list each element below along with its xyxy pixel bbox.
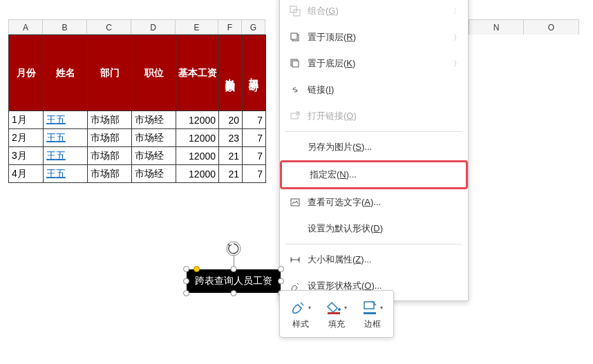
cell[interactable]: 7 [243,129,266,147]
cell[interactable]: 12000 [176,129,219,147]
table-row[interactable]: 2月 王五 市场部 市场经 12000 23 7 [9,129,266,147]
resize-handle[interactable] [183,278,189,285]
th-ot: 加班小时 [243,35,266,111]
col-A[interactable]: A [8,19,43,34]
col-E[interactable]: E [176,19,218,34]
column-headers: A B C D E F G [8,19,265,35]
table-row[interactable]: 1月 王五 市场部 市场经 12000 20 7 [9,111,266,129]
toolbar-label: 边框 [364,318,381,330]
send-back-icon [287,58,303,69]
menu-bring-to-front[interactable]: 置于顶层(R) 〉 [280,24,468,50]
menu-separator [285,244,462,245]
chevron-right-icon: 〉 [453,6,461,17]
menu-separator [285,131,462,132]
resize-handle[interactable] [183,266,189,272]
menu-label: 置于顶层(R) [308,31,453,44]
menu-alt-text[interactable]: 查看可选文字(A)... [280,189,468,215]
table-body: 1月 王五 市场部 市场经 12000 20 7 2月 王五 市场部 市场经 1… [9,111,266,183]
adjust-handle[interactable] [194,266,200,272]
cell-link[interactable]: 王五 [44,129,88,147]
svg-rect-7 [291,199,299,206]
menu-default-shape[interactable]: 设置为默认形状(D) [280,215,468,242]
resize-handle[interactable] [278,266,284,272]
col-B[interactable]: B [43,19,87,34]
cell[interactable]: 市场部 [88,129,132,147]
menu-label: 查看可选文字(A)... [308,196,461,209]
chevron-down-icon: ▾ [308,305,311,311]
cell[interactable]: 4月 [9,165,44,183]
cell[interactable]: 2月 [9,129,44,147]
th-base: 基本工资 [176,35,219,111]
cell-link[interactable]: 王五 [44,165,88,183]
cell-link[interactable]: 王五 [44,147,88,165]
resize-handle[interactable] [183,290,189,296]
cell[interactable]: 12000 [176,147,219,165]
menu-label: 另存为图片(S)... [308,141,461,153]
cell[interactable]: 21 [219,147,243,165]
menu-save-as-picture[interactable]: 另存为图片(S)... [280,134,468,160]
cell[interactable]: 23 [219,129,243,147]
menu-send-to-back[interactable]: 置于底层(K) 〉 [280,50,468,77]
toolbar-border[interactable]: ▾ 边框 [356,295,389,333]
border-icon: ▾ [362,298,383,317]
menu-label: 组合(G) [308,5,453,17]
cell[interactable]: 市场部 [88,165,132,183]
toolbar-label: 样式 [292,318,309,330]
cell[interactable]: 市场经 [132,129,176,147]
col-G[interactable]: G [242,19,265,34]
toolbar-fill[interactable]: ▾ 填充 [320,295,353,333]
extra-column-headers: N O [469,19,579,35]
cell[interactable]: 12000 [176,111,219,129]
menu-label: 大小和属性(Z)... [308,253,461,266]
col-N[interactable]: N [469,19,524,35]
resize-handle[interactable] [278,278,284,285]
col-F[interactable]: F [218,19,242,34]
cell[interactable]: 市场部 [88,147,132,165]
cell[interactable]: 市场部 [88,111,132,129]
menu-open-link: 打开链接(O) [280,103,468,129]
alt-text-icon [287,197,303,208]
rotate-handle-icon[interactable] [225,240,242,257]
chevron-right-icon: 〉 [453,59,461,69]
cell[interactable]: 20 [219,111,243,129]
table-row[interactable]: 3月 王五 市场部 市场经 12000 21 7 [9,147,266,165]
shape-text: 跨表查询人员工资 [195,275,272,286]
toolbar-style[interactable]: ▾ 样式 [284,295,317,333]
cell[interactable]: 21 [219,165,243,183]
svg-rect-11 [364,302,374,309]
menu-label: 指定宏(N)... [310,169,459,181]
cell[interactable]: 7 [243,147,266,165]
col-C[interactable]: C [87,19,131,34]
shape-box[interactable]: 跨表查询人员工资 [187,269,281,293]
menu-assign-macro[interactable]: 指定宏(N)... [280,160,468,189]
bring-front-icon [287,32,303,43]
menu-label: 设置为默认形状(D) [308,222,461,235]
cell[interactable]: 7 [243,165,266,183]
cell[interactable]: 12000 [176,165,219,183]
cell[interactable]: 市场经 [132,165,176,183]
cell[interactable]: 市场经 [132,111,176,129]
resize-handle[interactable] [231,290,237,296]
menu-size-properties[interactable]: 大小和属性(Z)... [280,247,468,273]
menu-combine: 组合(G) 〉 [280,0,468,24]
context-menu: 组合(G) 〉 置于顶层(R) 〉 置于底层(K) 〉 链接(I) 打开链接(O… [279,0,469,301]
menu-link[interactable]: 链接(I) [280,77,468,103]
toolbar-label: 填充 [328,318,345,330]
resize-handle[interactable] [231,266,237,272]
col-O[interactable]: O [524,19,579,35]
selected-shape[interactable]: 跨表查询人员工资 [187,269,281,293]
table-row[interactable]: 4月 王五 市场部 市场经 12000 21 7 [9,165,266,183]
cell-link[interactable]: 王五 [44,111,88,129]
cell[interactable]: 3月 [9,147,44,165]
cell[interactable]: 市场经 [132,147,176,165]
chevron-down-icon: ▾ [344,305,347,311]
cell[interactable]: 7 [243,111,266,129]
data-table: 月份 姓名 部门 职位 基本工资 出勤天数 加班小时 1月 王五 市场部 市场经… [8,35,266,183]
mini-toolbar: ▾ 样式 ▾ 填充 ▾ 边框 [279,290,394,338]
open-link-icon [287,111,303,122]
cell[interactable]: 1月 [9,111,44,129]
th-name: 姓名 [44,35,88,111]
svg-rect-5 [292,61,299,67]
col-D[interactable]: D [131,19,176,34]
svg-rect-10 [328,312,340,314]
